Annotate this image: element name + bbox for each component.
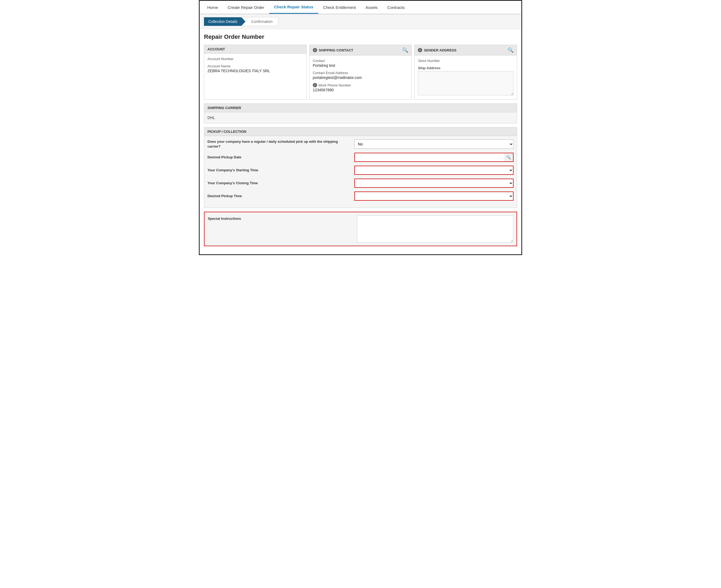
starting-time-select[interactable]	[354, 166, 514, 175]
nav-home[interactable]: Home	[202, 1, 223, 14]
shipping-carrier-header: SHIPPING CARRIER	[204, 104, 517, 112]
nav-bar: Home Create Repair Order Check Repair St…	[200, 1, 521, 14]
shipping-carrier-body: DHL	[204, 112, 517, 123]
account-number-label: Account Number	[207, 57, 303, 61]
ship-address-label: Ship Address	[418, 66, 514, 70]
account-header: ACCOUNT	[204, 45, 306, 54]
nav-check-entitlement[interactable]: Check Entitlement	[318, 1, 361, 14]
shipping-carrier-value: DHL	[207, 115, 514, 120]
closing-time-row: Your Company's Closing Time	[207, 178, 514, 188]
regular-pickup-label: Does your company have a regular / daily…	[207, 139, 354, 149]
contact-value: Portalreg test	[313, 63, 409, 68]
shipping-contact-header: i SHIPPING CONTACT 🔍	[310, 45, 412, 56]
account-name-value: ZEBRA TECHNOLOGIES ITALY SRL	[207, 69, 303, 73]
sender-address-search-icon[interactable]: 🔍	[508, 47, 514, 53]
starting-time-row: Your Company's Starting Time	[207, 166, 514, 175]
regular-pickup-row: Does your company have a regular / daily…	[207, 139, 514, 149]
work-phone-info-icon: i	[313, 83, 317, 87]
starting-time-label: Your Company's Starting Time	[207, 168, 354, 173]
shipping-contact-header-label: SHIPPING CONTACT	[319, 48, 353, 52]
special-instructions-label: Special Instructions	[208, 215, 354, 220]
nav-create-repair-order[interactable]: Create Repair Order	[223, 1, 269, 14]
account-card: ACCOUNT Account Number Account Name ZEBR…	[204, 45, 307, 100]
sender-address-header: i SENDER ADDRESS 🔍	[415, 45, 517, 56]
page-wrapper: Home Create Repair Order Check Repair St…	[199, 0, 522, 255]
work-phone-label: Work Phone Number	[318, 83, 351, 87]
contact-email-label: Contact Email Address	[313, 71, 409, 75]
main-content: Repair Order Number ACCOUNT Account Numb…	[200, 29, 521, 254]
pickup-collection-body: Does your company have a regular / daily…	[204, 136, 517, 208]
special-instructions-section: Special Instructions	[204, 212, 517, 246]
shipping-contact-search-icon[interactable]: 🔍	[402, 47, 408, 53]
breadcrumb-confirmation[interactable]: Confirmation	[243, 17, 278, 26]
pickup-date-label: Desired Pickup Date	[207, 155, 354, 160]
nav-check-repair-status[interactable]: Check Repair Status	[269, 1, 318, 14]
info-row: ACCOUNT Account Number Account Name ZEBR…	[204, 45, 517, 100]
sender-address-header-label: SENDER ADDRESS	[424, 48, 456, 52]
shipping-contact-body: Contact Portalreg test Contact Email Add…	[310, 56, 412, 99]
breadcrumb-row: Collection Details Confirmation	[200, 14, 521, 29]
pickup-collection-header: PICKUP / COLLECTION	[204, 127, 517, 136]
account-name-label: Account Name	[207, 64, 303, 68]
shipping-contact-card: i SHIPPING CONTACT 🔍 Contact Portalreg t…	[309, 45, 412, 100]
breadcrumb-collection-details[interactable]: Collection Details	[204, 17, 245, 26]
desired-pickup-time-row: Desired Pickup Time	[207, 191, 514, 201]
shipping-contact-info-icon: i	[313, 48, 317, 52]
contact-email-value: portalregtest@mailinator.com	[313, 76, 409, 80]
sender-address-info-icon: i	[418, 48, 422, 52]
desired-pickup-time-label: Desired Pickup Time	[207, 194, 354, 198]
store-number-label: Store Number	[418, 59, 514, 63]
calendar-icon[interactable]: 🔍	[504, 153, 514, 162]
closing-time-select[interactable]	[354, 178, 514, 188]
closing-time-label: Your Company's Closing Time	[207, 181, 354, 186]
ship-address-textarea[interactable]	[418, 71, 514, 96]
pickup-collection-section: PICKUP / COLLECTION Does your company ha…	[204, 127, 517, 208]
contact-label: Contact	[313, 59, 409, 63]
account-body: Account Number Account Name ZEBRA TECHNO…	[204, 54, 306, 80]
pickup-date-input[interactable]	[354, 153, 504, 162]
sender-address-card: i SENDER ADDRESS 🔍 Store Number Ship Add…	[414, 45, 517, 100]
desired-pickup-time-select[interactable]	[354, 191, 514, 201]
page-title: Repair Order Number	[204, 34, 517, 40]
sender-address-body: Store Number Ship Address	[415, 56, 517, 99]
nav-assets[interactable]: Assets	[361, 1, 383, 14]
shipping-carrier-section: SHIPPING CARRIER DHL	[204, 103, 517, 123]
special-instructions-textarea[interactable]	[357, 215, 513, 243]
regular-pickup-select[interactable]: No Yes	[354, 140, 514, 149]
pickup-date-row: Desired Pickup Date 🔍	[207, 153, 514, 162]
account-header-label: ACCOUNT	[207, 47, 225, 51]
nav-contracts[interactable]: Contracts	[383, 1, 410, 14]
work-phone-value: 1234567890	[313, 88, 409, 92]
